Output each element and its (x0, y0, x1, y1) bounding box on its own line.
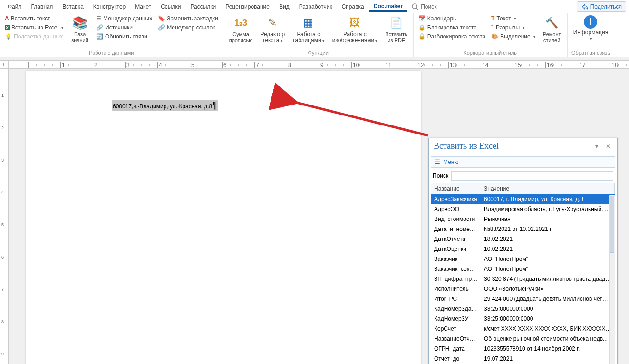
info-icon: i (584, 15, 597, 29)
cell-name: КадНомерЗдания (431, 304, 481, 314)
table-row[interactable]: ДатаОценки10.02.2021 (431, 244, 615, 254)
lock-text-button[interactable]: 🔒Блокировка текста (416, 23, 487, 32)
text-style-button[interactable]: TТекст▾ (489, 14, 538, 23)
table-row[interactable]: КадНомерЗУ33:25:000000:0000 (431, 314, 615, 324)
group-corp-style: 📅Календарь 🔒Блокировка текста 🔓Разблокир… (414, 13, 568, 57)
info-button[interactable]: iИнформация▾ (571, 14, 611, 43)
tab-help[interactable]: Справка (337, 1, 369, 12)
tab-layout[interactable]: Макет (130, 1, 156, 12)
knowledge-base-button[interactable]: 📚 База знаний (68, 14, 92, 45)
hamburger-icon: ☰ (435, 159, 440, 165)
insert-pdf-button[interactable]: 📄Вставить из PDF (382, 14, 410, 45)
table-row[interactable]: АдресООВладимирская область, г. Гусь-Хру… (431, 204, 615, 214)
tab-design[interactable]: Конструктор (88, 1, 130, 12)
tab-insert[interactable]: Вставка (58, 1, 88, 12)
table-row[interactable]: АдресЗаказчика600017, г. Владимир, ул. К… (431, 194, 615, 204)
cell-name: Вид_стоимости (431, 214, 481, 224)
search-icon (411, 3, 419, 10)
tab-review[interactable]: Рецензирование (221, 1, 274, 12)
scroll-thumb[interactable] (610, 196, 614, 253)
tab-view[interactable]: Вид (274, 1, 294, 12)
table-row[interactable]: ИсполнительООО «ЗолотыеРучки» (431, 284, 615, 294)
tables-button[interactable]: ▦Работа с таблицами▾ (290, 14, 328, 45)
selection-button[interactable]: 🎨Выделение▾ (489, 32, 538, 41)
data-grid: Название Значение АдресЗаказчика600017, … (431, 183, 615, 364)
tab-docmaker[interactable]: Doc.maker (369, 1, 407, 12)
sources-button[interactable]: 🔗Источники (94, 23, 154, 32)
cell-value: 18.02.2021 (481, 234, 615, 244)
hammer-icon: 🔨 (544, 15, 560, 30)
cell-value: Об оценке рыночной стоимости объека недв… (481, 334, 615, 344)
table-row[interactable]: Итог_РС29 424 000 (Двадцать девять милли… (431, 294, 615, 304)
close-icon[interactable]: ✕ (604, 142, 612, 151)
insert-from-excel-button[interactable]: XВставить из Excel▾ (3, 23, 66, 32)
pilcrow-icon: ¶ (212, 100, 217, 110)
table-row[interactable]: ЗП_цифра_проп...30 320 874 (Тридцать мил… (431, 274, 615, 284)
cell-value: Владимирская область, г. Гусь-Хрустальны… (481, 204, 615, 214)
pencil-icon: ✎ (265, 15, 280, 30)
update-links-button[interactable]: 🔄Обновить связи (94, 32, 154, 41)
tab-home[interactable]: Главная (27, 1, 58, 12)
images-button[interactable]: 🖼Работа с изображениями▾ (329, 14, 380, 45)
text-editor-button[interactable]: ✎Редактор текста▾ (257, 14, 288, 45)
col-value-header[interactable]: Значение (481, 183, 615, 194)
ruler-vertical[interactable]: 123456789 (0, 69, 9, 364)
page[interactable]: 600017,·г.·Владимир,·ул.·Красная,·д.8¶ (26, 71, 421, 364)
link-manager-button[interactable]: 🔗Менеджер ссылок (156, 23, 220, 32)
upd-label: Обновить связи (105, 33, 147, 40)
tab-file[interactable]: Файл (3, 1, 27, 12)
cell-value: №88/2021 от 10.02.2021 г. (481, 224, 615, 234)
table-row[interactable]: Заказчик_сокра...АО "ПолетПром" (431, 264, 615, 274)
cell-value: 29 424 000 (Двадцать девять миллионов че… (481, 294, 615, 304)
data-manager-button[interactable]: ☰Менеджер данных (94, 14, 154, 23)
panel-options-icon[interactable]: ▾ (592, 142, 601, 151)
svg-line-1 (416, 8, 418, 10)
highlight-data-button[interactable]: 💡Подсветка данных (3, 32, 66, 41)
unlock-text-button[interactable]: 🔓Разблокировка текста (416, 32, 487, 41)
share-button[interactable]: Поделиться (577, 1, 626, 12)
panel-menu-button[interactable]: ☰ Меню (431, 156, 615, 168)
ruler-horizontal[interactable]: 123456789101112131415161718 (9, 60, 629, 69)
calendar-button[interactable]: 📅Календарь (416, 14, 487, 23)
table-row[interactable]: НазваниеОтчетаОб оценке рыночной стоимос… (431, 334, 615, 344)
cell-value: ООО «ЗолотыеРучки» (481, 284, 615, 294)
table-row[interactable]: КорСчетк/счет XXXX XXXX XXXX XXXX, БИК X… (431, 324, 615, 334)
group-label: Корпоративный стиль (416, 49, 564, 57)
table-row[interactable]: ЗаказчикАО "ПолетПром" (431, 254, 615, 264)
search-top[interactable]: Поиск (407, 3, 440, 10)
breaks-icon: ⤵ (491, 24, 494, 31)
breaks-button[interactable]: ⤵Разрывы▾ (489, 23, 538, 32)
cell-value: 30 320 874 (Тридцать миллионов триста дв… (481, 274, 615, 284)
table-row[interactable]: КадНомерЗдания33:25:000000:0000 (431, 304, 615, 314)
cell-name: КадНомерЗУ (431, 314, 481, 324)
highlight-label: Подсветка данных (14, 33, 63, 40)
table-icon: ▦ (301, 15, 316, 30)
dm-label: Менеджер данных (103, 15, 152, 22)
picture-icon: 🖼 (347, 15, 362, 30)
cell-name: АдресЗаказчика (431, 194, 481, 204)
scrollbar[interactable] (609, 195, 615, 364)
tab-dev[interactable]: Разработчик (294, 1, 337, 12)
tab-mail[interactable]: Рассылки (185, 1, 221, 12)
table-row[interactable]: Дата_и_номер_д...№88/2021 от 10.02.2021 … (431, 224, 615, 234)
lock-icon: 🔒 (418, 24, 426, 31)
sum-text-button[interactable]: 1₂3Сумма прописью (226, 14, 256, 45)
tab-refs[interactable]: Ссылки (156, 1, 185, 12)
search-input[interactable] (451, 171, 613, 181)
table-row[interactable]: Отчет_до19.07.2021 (431, 354, 615, 364)
col-name-header[interactable]: Название (431, 183, 481, 194)
chevron-down-icon: ▾ (61, 25, 64, 30)
table-row[interactable]: Вид_стоимостиРыночная (431, 214, 615, 224)
cell-name: ОГРН_дата (431, 344, 481, 354)
cell-value: АО "ПолетПром" (481, 264, 615, 274)
replace-bookmarks-button[interactable]: 🔖Заменить закладки (156, 14, 220, 23)
repair-styles-button[interactable]: 🔨Ремонт стилей (540, 14, 564, 45)
search-label: Поиск (433, 172, 448, 179)
inserted-address-text[interactable]: 600017,·г.·Владимир,·ул.·Красная,·д.8¶ (112, 100, 218, 111)
cell-name: ЗП_цифра_проп... (431, 274, 481, 284)
table-row[interactable]: ОГРН_дата1023355578910 от 14 ноября 2002… (431, 344, 615, 354)
table-row[interactable]: ДатаОтчета18.02.2021 (431, 234, 615, 244)
unlock-icon: 🔓 (418, 33, 426, 40)
insert-text-button[interactable]: AВставить текст (3, 14, 66, 23)
cell-name: АдресОО (431, 204, 481, 214)
